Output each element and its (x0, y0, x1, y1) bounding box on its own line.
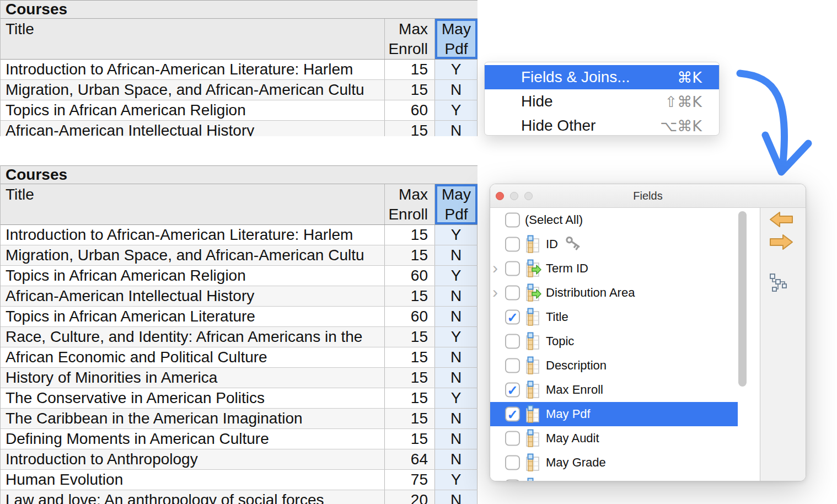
field-checkbox[interactable]: ✓ (505, 383, 520, 398)
field-checkbox[interactable]: ✓ (505, 334, 520, 349)
shortcut-label: ⌘K (677, 69, 702, 86)
cell-title: Race, Culture, and Identity: African Ame… (1, 327, 385, 347)
field-row-max-enroll[interactable]: › ✓ Max Enroll (490, 378, 760, 402)
window-controls (496, 184, 533, 207)
cell-may-pdf: N (435, 409, 477, 428)
move-right-button[interactable] (769, 234, 794, 252)
menu-item-hide-other[interactable]: Hide Other ⌥⌘K (485, 114, 719, 136)
move-left-arrow-icon (769, 211, 794, 228)
courses-table-before: Courses Title Max Enroll May Pdf Introdu… (0, 0, 477, 136)
field-checkbox[interactable]: ✓ (505, 261, 520, 276)
cell-max-enroll: 60 (385, 100, 435, 120)
move-left-button[interactable] (769, 211, 794, 229)
field-checkbox[interactable]: ✓ (505, 431, 520, 446)
field-row-application[interactable]: › ✓ Application (490, 475, 760, 481)
cell-may-pdf: N (435, 347, 477, 367)
field-row-distribution-area[interactable]: › ✓ Distribution Area (490, 281, 760, 305)
field-checkbox[interactable]: ✓ (505, 213, 520, 228)
table-row[interactable]: Law and love: An anthropology of social … (1, 490, 477, 504)
shortcut-label: ⇧⌘K (665, 93, 702, 110)
cell-max-enroll: 15 (385, 368, 435, 388)
key-icon (565, 236, 584, 253)
menu-item-fields-joins[interactable]: Fields & Joins... ⌘K (485, 65, 719, 89)
field-row-title[interactable]: › ✓ Title (490, 305, 760, 329)
field-checkbox[interactable]: ✓ (505, 455, 520, 470)
cell-max-enroll: 15 (385, 388, 435, 408)
cell-title: Introduction to African-American Literat… (1, 225, 385, 245)
field-row-select-all[interactable]: › ✓ (Select All) (490, 208, 760, 232)
dialog-title: Fields (633, 190, 662, 202)
field-row-id[interactable]: › ✓ ID (490, 232, 760, 256)
curved-down-arrow-icon (728, 58, 833, 193)
cell-may-pdf: N (435, 490, 477, 504)
table-row[interactable]: History of Minorities in America 15 N (1, 368, 477, 388)
table-row[interactable]: Introduction to Anthropology 64 N (1, 449, 477, 470)
cell-may-pdf: Y (435, 100, 477, 120)
table-row[interactable]: African-American Intellectual History 15… (1, 286, 477, 307)
field-row-topic[interactable]: › ✓ Topic (490, 329, 760, 353)
field-checkbox[interactable]: ✓ (505, 237, 520, 252)
menu-item-hide[interactable]: Hide ⇧⌘K (485, 89, 719, 114)
cell-max-enroll: 15 (385, 429, 435, 449)
column-header-may-pdf-selected[interactable]: May Pdf (435, 19, 477, 59)
column-icon (524, 453, 541, 472)
panel-divider (760, 208, 760, 481)
column-header-title[interactable]: Title (1, 184, 385, 224)
cell-may-pdf: N (435, 286, 477, 306)
field-row-may-pdf[interactable]: › ✓ May Pdf (490, 402, 738, 426)
disclosure-chevron-icon[interactable]: › (492, 284, 498, 301)
cell-may-pdf: Y (435, 327, 477, 347)
table-row[interactable]: Topics in African American Literature 60… (1, 307, 477, 327)
table-row[interactable]: African Economic and Political Culture 1… (1, 347, 477, 368)
column-header-max-enroll[interactable]: Max Enroll (385, 19, 435, 59)
column-header-may-pdf-selected[interactable]: May Pdf (435, 184, 477, 224)
field-checkbox[interactable]: ✓ (505, 358, 520, 373)
cell-title: African Economic and Political Culture (1, 347, 385, 367)
cell-title: African-American Intellectual History (1, 121, 385, 136)
zoom-icon[interactable] (524, 192, 533, 200)
minimize-icon[interactable] (510, 192, 518, 200)
scrollbar-thumb[interactable] (738, 211, 747, 387)
cell-may-pdf: Y (435, 60, 477, 79)
table-row[interactable]: Defining Moments in American Culture 15 … (1, 429, 477, 449)
column-icon (524, 308, 541, 326)
column-header-max-enroll[interactable]: Max Enroll (385, 184, 435, 224)
field-row-term-id[interactable]: › ✓ Term ID (490, 256, 760, 281)
cell-max-enroll: 20 (385, 490, 435, 504)
cell-max-enroll: 75 (385, 470, 435, 490)
table-row[interactable]: African-American Intellectual History 15… (1, 121, 477, 136)
cell-may-pdf: Y (435, 225, 477, 245)
cell-may-pdf: Y (435, 470, 477, 490)
cell-may-pdf: N (435, 307, 477, 326)
cell-title: Defining Moments in American Culture (1, 429, 385, 449)
field-row-description[interactable]: › ✓ Description (490, 353, 760, 378)
linked-column-icon (524, 283, 541, 302)
table-row[interactable]: Introduction to African-American Literat… (1, 225, 477, 245)
cell-title: African-American Intellectual History (1, 286, 385, 306)
table-row[interactable]: Race, Culture, and Identity: African Ame… (1, 327, 477, 347)
field-checkbox[interactable]: ✓ (505, 480, 520, 481)
table-row[interactable]: Introduction to African-American Literat… (1, 60, 477, 80)
cell-title: Topics in African American Religion (1, 100, 385, 120)
joins-view-button[interactable] (769, 273, 787, 296)
field-checkbox[interactable]: ✓ (505, 407, 520, 422)
table-row[interactable]: The Caribbean in the American Imaginatio… (1, 409, 477, 429)
table-row[interactable]: Human Evolution 75 Y (1, 470, 477, 490)
field-row-may-audit[interactable]: › ✓ May Audit (490, 426, 760, 451)
field-row-may-grade[interactable]: › ✓ May Grade (490, 451, 760, 475)
table-row[interactable]: Migration, Urban Space, and African-Amer… (1, 245, 477, 266)
field-checkbox[interactable]: ✓ (505, 310, 520, 325)
disclosure-chevron-icon[interactable]: › (492, 260, 498, 276)
column-icon (524, 332, 541, 351)
close-icon[interactable] (496, 192, 504, 200)
table-row[interactable]: Migration, Urban Space, and African-Amer… (1, 80, 477, 100)
table-row[interactable]: Topics in African American Religion 60 Y (1, 100, 477, 121)
column-header-title[interactable]: Title (1, 19, 385, 59)
checkmark-icon: ✓ (506, 311, 519, 324)
table-row[interactable]: The Conservative in American Politics 15… (1, 388, 477, 409)
cell-title: Law and love: An anthropology of social … (1, 490, 385, 504)
dialog-titlebar[interactable]: Fields (490, 184, 806, 208)
cell-title: History of Minorities in America (1, 368, 385, 388)
field-checkbox[interactable]: ✓ (505, 286, 520, 301)
table-row[interactable]: Topics in African American Religion 60 Y (1, 266, 477, 286)
